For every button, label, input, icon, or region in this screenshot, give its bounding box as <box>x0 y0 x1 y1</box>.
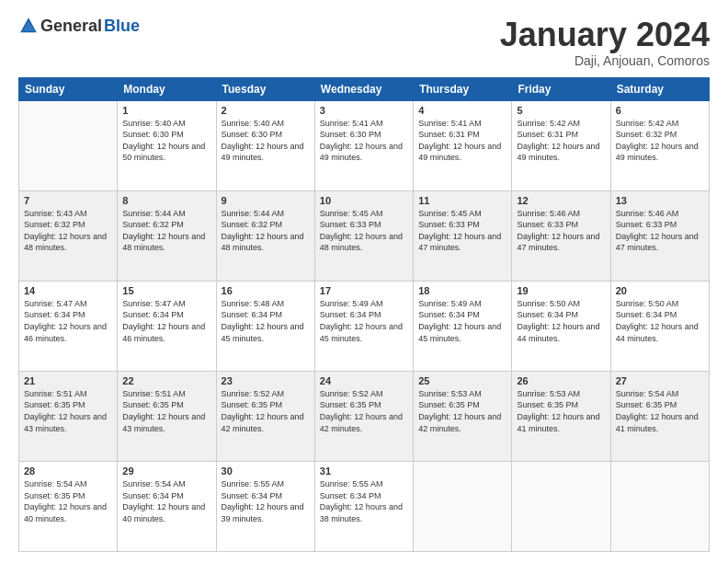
day-info: Sunrise: 5:52 AM Sunset: 6:35 PM Dayligh… <box>320 388 408 434</box>
table-row: 28Sunrise: 5:54 AM Sunset: 6:35 PM Dayli… <box>19 461 118 551</box>
header-monday: Monday <box>118 77 216 100</box>
table-row: 26Sunrise: 5:53 AM Sunset: 6:35 PM Dayli… <box>512 371 610 461</box>
header-tuesday: Tuesday <box>216 77 314 100</box>
day-info: Sunrise: 5:52 AM Sunset: 6:35 PM Dayligh… <box>222 388 310 434</box>
table-row: 12Sunrise: 5:46 AM Sunset: 6:33 PM Dayli… <box>512 190 610 281</box>
day-info: Sunrise: 5:53 AM Sunset: 6:35 PM Dayligh… <box>418 388 506 434</box>
table-row: 18Sunrise: 5:49 AM Sunset: 6:34 PM Dayli… <box>414 281 512 371</box>
day-number: 30 <box>222 465 310 477</box>
day-info: Sunrise: 5:44 AM Sunset: 6:32 PM Dayligh… <box>222 208 310 254</box>
day-number: 20 <box>616 285 704 296</box>
calendar-week-row: 14Sunrise: 5:47 AM Sunset: 6:34 PM Dayli… <box>19 281 710 371</box>
day-number: 4 <box>418 105 506 116</box>
day-info: Sunrise: 5:54 AM Sunset: 6:34 PM Dayligh… <box>122 478 210 524</box>
day-info: Sunrise: 5:41 AM Sunset: 6:31 PM Dayligh… <box>418 118 506 164</box>
day-number: 15 <box>122 285 210 296</box>
table-row: 16Sunrise: 5:48 AM Sunset: 6:34 PM Dayli… <box>216 281 314 371</box>
day-number: 17 <box>320 285 408 296</box>
calendar-week-row: 7Sunrise: 5:43 AM Sunset: 6:32 PM Daylig… <box>19 190 710 281</box>
day-info: Sunrise: 5:50 AM Sunset: 6:34 PM Dayligh… <box>616 298 704 344</box>
day-info: Sunrise: 5:50 AM Sunset: 6:34 PM Dayligh… <box>517 298 605 344</box>
day-number: 29 <box>122 465 210 477</box>
logo: GeneralBlue <box>18 17 140 36</box>
day-number: 14 <box>24 285 112 296</box>
day-number: 12 <box>517 195 605 206</box>
day-number: 31 <box>320 465 408 477</box>
table-row: 10Sunrise: 5:45 AM Sunset: 6:33 PM Dayli… <box>314 190 413 281</box>
table-row: 20Sunrise: 5:50 AM Sunset: 6:34 PM Dayli… <box>610 281 709 371</box>
table-row: 27Sunrise: 5:54 AM Sunset: 6:35 PM Dayli… <box>610 371 709 461</box>
day-info: Sunrise: 5:45 AM Sunset: 6:33 PM Dayligh… <box>320 208 408 254</box>
table-row: 30Sunrise: 5:55 AM Sunset: 6:34 PM Dayli… <box>216 461 314 551</box>
day-info: Sunrise: 5:46 AM Sunset: 6:33 PM Dayligh… <box>517 208 605 254</box>
table-row <box>19 100 118 190</box>
table-row <box>414 461 512 551</box>
table-row: 5Sunrise: 5:42 AM Sunset: 6:31 PM Daylig… <box>512 100 610 190</box>
calendar-page: GeneralBlue January 2024 Daji, Anjouan, … <box>0 0 728 563</box>
day-number: 26 <box>517 375 605 386</box>
day-number: 8 <box>122 195 210 206</box>
table-row: 14Sunrise: 5:47 AM Sunset: 6:34 PM Dayli… <box>19 281 118 371</box>
day-info: Sunrise: 5:49 AM Sunset: 6:34 PM Dayligh… <box>418 298 506 344</box>
day-info: Sunrise: 5:55 AM Sunset: 6:34 PM Dayligh… <box>222 478 310 524</box>
month-title: January 2024 <box>500 17 710 53</box>
table-row: 1Sunrise: 5:40 AM Sunset: 6:30 PM Daylig… <box>118 100 216 190</box>
day-info: Sunrise: 5:47 AM Sunset: 6:34 PM Dayligh… <box>122 298 210 344</box>
day-number: 16 <box>222 285 310 296</box>
table-row: 25Sunrise: 5:53 AM Sunset: 6:35 PM Dayli… <box>414 371 512 461</box>
header-wednesday: Wednesday <box>314 77 413 100</box>
header-thursday: Thursday <box>414 77 512 100</box>
day-info: Sunrise: 5:54 AM Sunset: 6:35 PM Dayligh… <box>616 388 704 434</box>
table-row: 31Sunrise: 5:55 AM Sunset: 6:34 PM Dayli… <box>314 461 413 551</box>
day-info: Sunrise: 5:43 AM Sunset: 6:32 PM Dayligh… <box>24 208 112 254</box>
header-saturday: Saturday <box>610 77 709 100</box>
page-header: GeneralBlue January 2024 Daji, Anjouan, … <box>18 17 710 68</box>
day-info: Sunrise: 5:44 AM Sunset: 6:32 PM Dayligh… <box>122 208 210 254</box>
day-number: 2 <box>222 105 310 116</box>
day-number: 1 <box>122 105 210 116</box>
table-row: 24Sunrise: 5:52 AM Sunset: 6:35 PM Dayli… <box>314 371 413 461</box>
table-row: 2Sunrise: 5:40 AM Sunset: 6:30 PM Daylig… <box>216 100 314 190</box>
day-number: 21 <box>24 375 112 386</box>
day-number: 28 <box>24 465 112 477</box>
day-number: 24 <box>320 375 408 386</box>
table-row: 9Sunrise: 5:44 AM Sunset: 6:32 PM Daylig… <box>216 190 314 281</box>
day-info: Sunrise: 5:46 AM Sunset: 6:33 PM Dayligh… <box>616 208 704 254</box>
day-number: 7 <box>24 195 112 206</box>
day-number: 10 <box>320 195 408 206</box>
day-info: Sunrise: 5:41 AM Sunset: 6:30 PM Dayligh… <box>320 118 408 164</box>
header-sunday: Sunday <box>19 77 118 100</box>
location-subtitle: Daji, Anjouan, Comoros <box>500 53 710 68</box>
logo-icon <box>18 16 39 36</box>
day-info: Sunrise: 5:47 AM Sunset: 6:34 PM Dayligh… <box>24 298 112 344</box>
day-number: 22 <box>122 375 210 386</box>
table-row <box>610 461 709 551</box>
title-area: January 2024 Daji, Anjouan, Comoros <box>500 17 710 68</box>
table-row <box>512 461 610 551</box>
table-row: 3Sunrise: 5:41 AM Sunset: 6:30 PM Daylig… <box>314 100 413 190</box>
day-number: 9 <box>222 195 310 206</box>
table-row: 8Sunrise: 5:44 AM Sunset: 6:32 PM Daylig… <box>118 190 216 281</box>
table-row: 21Sunrise: 5:51 AM Sunset: 6:35 PM Dayli… <box>19 371 118 461</box>
day-info: Sunrise: 5:45 AM Sunset: 6:33 PM Dayligh… <box>418 208 506 254</box>
day-number: 19 <box>517 285 605 296</box>
table-row: 29Sunrise: 5:54 AM Sunset: 6:34 PM Dayli… <box>118 461 216 551</box>
calendar-table: Sunday Monday Tuesday Wednesday Thursday… <box>18 77 710 552</box>
weekday-header-row: Sunday Monday Tuesday Wednesday Thursday… <box>19 77 710 100</box>
table-row: 13Sunrise: 5:46 AM Sunset: 6:33 PM Dayli… <box>610 190 709 281</box>
day-info: Sunrise: 5:42 AM Sunset: 6:32 PM Dayligh… <box>616 118 704 164</box>
day-info: Sunrise: 5:49 AM Sunset: 6:34 PM Dayligh… <box>320 298 408 344</box>
day-info: Sunrise: 5:54 AM Sunset: 6:35 PM Dayligh… <box>24 478 112 524</box>
day-info: Sunrise: 5:48 AM Sunset: 6:34 PM Dayligh… <box>222 298 310 344</box>
day-number: 3 <box>320 105 408 116</box>
day-info: Sunrise: 5:51 AM Sunset: 6:35 PM Dayligh… <box>24 388 112 434</box>
logo-blue-text: Blue <box>104 17 140 36</box>
table-row: 23Sunrise: 5:52 AM Sunset: 6:35 PM Dayli… <box>216 371 314 461</box>
table-row: 7Sunrise: 5:43 AM Sunset: 6:32 PM Daylig… <box>19 190 118 281</box>
calendar-week-row: 21Sunrise: 5:51 AM Sunset: 6:35 PM Dayli… <box>19 371 710 461</box>
calendar-week-row: 1Sunrise: 5:40 AM Sunset: 6:30 PM Daylig… <box>19 100 710 190</box>
day-number: 25 <box>418 375 506 386</box>
table-row: 6Sunrise: 5:42 AM Sunset: 6:32 PM Daylig… <box>610 100 709 190</box>
logo-general: General <box>40 17 102 36</box>
day-number: 6 <box>616 105 704 116</box>
